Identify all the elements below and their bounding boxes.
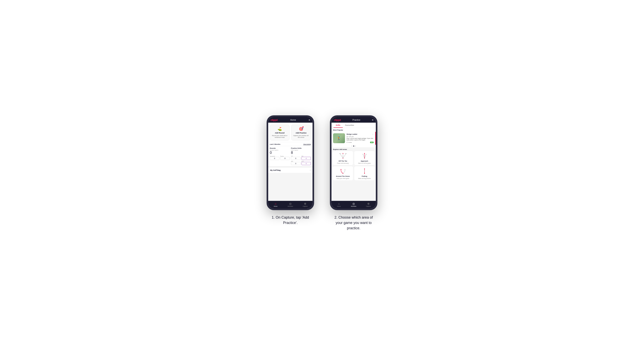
capture-nav-icon-1: ⊕	[304, 202, 306, 205]
skill-card-atg[interactable]: Around The Green Hone your short game	[333, 166, 353, 180]
svg-point-5	[342, 153, 343, 154]
rounds-sub-grid: Tournament 0 Practice 0	[270, 156, 290, 160]
tab-favourites[interactable]: Favourites	[343, 123, 356, 128]
home-nav-icon-2: ⌂	[338, 202, 340, 205]
hamburger-icon-2[interactable]: ≡	[372, 119, 374, 122]
capture-nav-label-2: Capture	[366, 206, 371, 207]
skill-name-approach: Approach	[361, 160, 368, 162]
home-actions: ⛳ Add Round Record your shots fast or en…	[268, 123, 312, 142]
caption-1: 1. On Capture, tap 'Add Practice'.	[268, 215, 312, 225]
arg-stat: ARG 0	[291, 161, 301, 165]
activities-nav-label-2: Activities	[351, 206, 356, 207]
activities-nav-icon-1: ◎	[289, 202, 292, 205]
stats-grid: Rounds Rounds Capture 0 Tournament 0 Pra…	[268, 146, 312, 167]
skill-name-atg: Around The Green	[336, 175, 350, 177]
svg-point-12	[362, 154, 363, 155]
home-nav-icon-1: ⌂	[275, 202, 276, 205]
svg-point-4	[340, 153, 340, 154]
app-box: 4	[302, 157, 311, 160]
skill-desc-atg: Hone your short game	[336, 178, 349, 179]
activities-nav-label-1: Activities	[288, 206, 293, 207]
scroll-bar	[375, 132, 376, 145]
activity-header: Last 3 Months View Activity	[268, 142, 312, 146]
drills-sub-grid-2: ARG 0 PUTT 4	[291, 161, 311, 165]
phone-screen-2: clippd Practice ≡ Drills Favourites Most…	[332, 117, 376, 208]
practice-content: Most Popular 🏌️ Wedge Ladder	[332, 128, 376, 201]
rounds-total: 0	[270, 151, 290, 155]
app-title-1: Home	[290, 119, 296, 121]
activity-label: Last 3 Months	[270, 143, 280, 145]
caption-2: 2. Choose which area of your game you wa…	[332, 215, 376, 231]
nav-activities-2[interactable]: ◎ Activities	[346, 202, 361, 207]
drill-meta: ⏱ 9 shots APP	[346, 142, 374, 143]
hamburger-icon-1[interactable]: ≡	[308, 119, 310, 122]
nav-home-2[interactable]: ⌂ Home	[332, 202, 346, 207]
tournament-box: 0	[270, 157, 280, 160]
app-title-2: Practice	[352, 119, 360, 121]
my-golf-bag-row[interactable]: My Golf Bag ›	[268, 166, 312, 173]
add-round-card[interactable]: ⛳ Add Round Record your shots fast or en…	[270, 125, 290, 140]
skill-diagram-ott	[339, 153, 347, 160]
drill-image: 🏌️	[333, 133, 345, 143]
capture-nav-label-1: Capture	[302, 206, 308, 207]
drill-title: Wedge Ladder	[346, 133, 358, 135]
skill-name-putting: Putting	[362, 175, 367, 177]
phone-frame-1: clippd Home ≡ ⛳ Add Round Record your sh…	[266, 115, 314, 210]
add-practice-title: Add Practice	[296, 132, 306, 134]
my-golf-bag-label: My Golf Bag	[270, 169, 281, 171]
add-practice-card[interactable]: 🎯 Add Practice Capture your practice off…	[291, 125, 311, 140]
phone-frame-2: clippd Practice ≡ Drills Favourites Most…	[330, 115, 378, 210]
dots-row	[332, 145, 376, 147]
drill-image-inner: 🏌️	[333, 133, 345, 143]
skill-grid: Off The Tee Power and accuracy	[332, 151, 376, 181]
svg-point-20	[364, 169, 365, 169]
practice-box: 0	[280, 157, 290, 160]
skill-desc-putting: Make and lag practice	[358, 178, 371, 179]
skill-card-approach[interactable]: Approach Dial-in to hit the green	[354, 151, 374, 165]
skill-card-putting[interactable]: Putting Make and lag practice	[354, 166, 374, 180]
skill-diagram-atg	[339, 168, 347, 175]
skill-diagram-approach	[360, 153, 368, 160]
svg-line-10	[364, 154, 366, 158]
add-practice-icon: 🎯	[299, 127, 303, 131]
drill-card[interactable]: 🏌️ Wedge Ladder ☆ 50–100 yds Play 1 shot…	[332, 132, 375, 145]
svg-point-21	[364, 170, 365, 171]
nav-activities-1[interactable]: ◎ Activities	[283, 202, 298, 207]
screen-content-1: ⛳ Add Round Record your shots fast or en…	[268, 123, 312, 201]
tab-drills[interactable]: Drills	[334, 123, 343, 128]
golfer-icon: 🏌️	[337, 136, 341, 140]
most-popular-label: Most Popular	[332, 128, 376, 132]
putt-box: 4	[302, 162, 311, 165]
svg-point-6	[346, 153, 346, 154]
drills-total: 8	[291, 151, 311, 155]
dot-1	[352, 146, 352, 147]
dot-2	[353, 146, 354, 147]
app-logo-2: clippd	[334, 119, 341, 122]
tournament-stat: Tournament 0	[270, 156, 280, 160]
home-nav-label-1: Home	[274, 206, 278, 207]
nav-capture-1[interactable]: ⊕ Capture	[298, 202, 312, 207]
phone-notch-2	[348, 117, 360, 119]
add-practice-icon-wrap: 🎯	[299, 127, 303, 131]
drill-info: Wedge Ladder ☆ 50–100 yds Play 1 shot at…	[346, 133, 374, 143]
phone-screen-1: clippd Home ≡ ⛳ Add Round Record your sh…	[268, 117, 312, 208]
svg-line-8	[363, 154, 364, 158]
rounds-title: Rounds	[270, 147, 290, 149]
tabs-row: Drills Favourites	[332, 123, 376, 128]
rounds-col: Rounds Rounds Capture 0 Tournament 0 Pra…	[270, 147, 290, 165]
drills-col: Practice Drills Drills Capture 8 OTT 0 A…	[291, 147, 311, 165]
app-stat: APP 4	[302, 156, 311, 160]
drills-title: Practice Drills	[291, 147, 311, 149]
nav-capture-2[interactable]: ⊕ Capture	[361, 202, 376, 207]
view-activity-link[interactable]: View Activity	[303, 144, 311, 145]
arg-box: 0	[291, 162, 301, 165]
bottom-nav-1: ⌂ Home ◎ Activities ⊕ Capture	[268, 201, 312, 208]
star-icon[interactable]: ☆	[372, 133, 374, 136]
drill-card-area: 🏌️ Wedge Ladder ☆ 50–100 yds Play 1 shot…	[332, 132, 376, 145]
chevron-right-icon: ›	[310, 169, 310, 171]
drill-shots: ⏱ 9 shots	[346, 142, 352, 143]
skill-card-off-the-tee[interactable]: Off The Tee Power and accuracy	[333, 151, 353, 165]
nav-home-1[interactable]: ⌂ Home	[268, 202, 283, 207]
drill-yards: 50–100 yds	[346, 136, 374, 137]
svg-line-1	[340, 154, 343, 158]
